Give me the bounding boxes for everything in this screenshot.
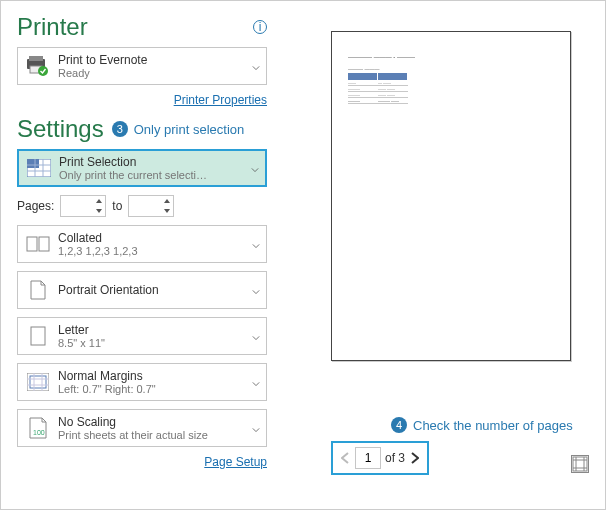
collation-title: Collated (58, 231, 260, 245)
collation-selector[interactable]: Collated 1,2,3 1,2,3 1,2,3 (17, 225, 267, 263)
scaling-selector[interactable]: 100 No Scaling Print sheets at their act… (17, 409, 267, 447)
page-count-text: of 3 (385, 451, 405, 465)
pages-to-input[interactable] (128, 195, 174, 217)
svg-text:100: 100 (33, 429, 45, 436)
margins-selector[interactable]: Normal Margins Left: 0.7" Right: 0.7" (17, 363, 267, 401)
svg-rect-11 (39, 237, 49, 251)
chevron-down-icon (252, 419, 260, 437)
spin-up-icon[interactable] (94, 197, 104, 205)
svg-rect-1 (29, 56, 43, 61)
preview-header-text: ———— ——— - ——— (348, 54, 554, 60)
margins-title: Normal Margins (58, 369, 260, 383)
paper-size-selector[interactable]: Letter 8.5" x 11" (17, 317, 267, 355)
pages-to-label: to (112, 199, 122, 213)
scaling-title: No Scaling (58, 415, 260, 429)
svg-rect-5 (27, 159, 39, 168)
page-navigator: 1 of 3 (331, 441, 429, 475)
print-area-title: Print Selection (59, 155, 259, 169)
margins-subtitle: Left: 0.7" Right: 0.7" (58, 383, 260, 395)
page-icon (24, 326, 52, 346)
collation-subtitle: 1,2,3 1,2,3 1,2,3 (58, 245, 260, 257)
scaling-subtitle: Print sheets at their actual size (58, 429, 260, 441)
preview-table: ——— —— ————— —— ————— —— —————— —— (348, 73, 408, 104)
next-page-button[interactable] (409, 451, 421, 465)
pages-from-input[interactable] (60, 195, 106, 217)
collated-icon (24, 236, 52, 252)
selection-icon (25, 159, 53, 177)
print-area-subtitle: Only print the current selecti… (59, 169, 259, 181)
paper-subtitle: 8.5" x 11" (58, 337, 260, 349)
chevron-down-icon (251, 159, 259, 177)
svg-rect-20 (573, 457, 587, 471)
portrait-icon (24, 280, 52, 300)
preview-page: ———— ——— - ——— ——— ——— ——— —— ————— —— —… (331, 31, 571, 361)
info-icon[interactable]: i (253, 20, 267, 34)
svg-rect-12 (31, 327, 45, 345)
print-area-selector[interactable]: Print Selection Only print the current s… (17, 149, 267, 187)
margins-icon (24, 373, 52, 391)
svg-point-3 (38, 66, 48, 76)
show-margins-button[interactable] (571, 455, 589, 473)
annotation-4: 4 Check the number of pages (391, 417, 573, 433)
chevron-down-icon (252, 281, 260, 299)
orientation-selector[interactable]: Portrait Orientation (17, 271, 267, 309)
page-number-input[interactable]: 1 (355, 447, 381, 469)
prev-page-button[interactable] (339, 451, 351, 465)
printer-name: Print to Evernote (58, 53, 260, 67)
printer-properties-link[interactable]: Printer Properties (17, 93, 267, 107)
spin-down-icon[interactable] (94, 207, 104, 215)
print-preview: ———— ——— - ——— ——— ——— ——— —— ————— —— —… (331, 31, 571, 361)
settings-section-title: Settings (17, 115, 104, 143)
printer-status: Ready (58, 67, 260, 79)
printer-section-title: Printer i (17, 13, 267, 41)
chevron-down-icon (252, 57, 260, 75)
spin-up-icon[interactable] (162, 197, 172, 205)
paper-title: Letter (58, 323, 260, 337)
chevron-down-icon (252, 373, 260, 391)
chevron-down-icon (252, 327, 260, 345)
pages-label: Pages: (17, 199, 54, 213)
spin-down-icon[interactable] (162, 207, 172, 215)
printer-selector[interactable]: Print to Evernote Ready (17, 47, 267, 85)
page-setup-link[interactable]: Page Setup (17, 455, 267, 469)
annotation-3: 3 Only print selection (112, 121, 245, 137)
svg-rect-10 (27, 237, 37, 251)
printer-icon (24, 55, 52, 77)
scaling-icon: 100 (24, 417, 52, 439)
chevron-down-icon (252, 235, 260, 253)
orientation-title: Portrait Orientation (58, 283, 260, 297)
